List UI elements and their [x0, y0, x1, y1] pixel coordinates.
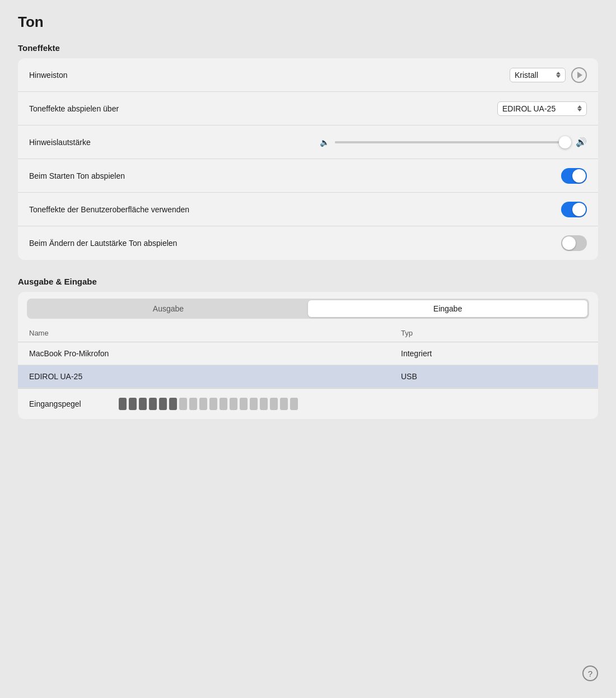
hinweiston-arrows[interactable] [556, 72, 561, 78]
cell-name-2: EDIROL UA-25 [29, 372, 401, 381]
hinweislautstaerke-row: Hinweislautstärke 🔈 🔊 [18, 125, 598, 159]
level-bar [159, 398, 167, 410]
level-bar [119, 398, 127, 410]
stepper-down-arrow[interactable] [577, 109, 582, 111]
tab-switcher: Ausgabe Eingabe [27, 299, 589, 319]
header-name: Name [29, 329, 401, 337]
starten-ton-toggle[interactable] [561, 168, 587, 184]
play-icon [577, 72, 582, 78]
header-typ: Typ [401, 329, 587, 337]
eingangspegel-label: Eingangspegel [29, 399, 108, 408]
hinweiston-row: Hinweiston Kristall [18, 58, 598, 92]
level-bar [260, 398, 268, 410]
level-bar [230, 398, 237, 410]
starten-ton-label: Beim Starten Ton abspielen [29, 171, 561, 180]
toneffekte-card: Hinweiston Kristall Toneffekte abspielen… [18, 58, 598, 260]
stepper-up-arrow[interactable] [556, 72, 561, 75]
cell-name-1: MacBook Pro-Mikrofon [29, 349, 401, 358]
toneffekte-section-title: Toneffekte [18, 43, 598, 53]
cell-typ-2: USB [401, 372, 587, 381]
ausgabe-eingabe-card: Ausgabe Eingabe Name Typ MacBook Pro-Mik… [18, 292, 598, 419]
level-bars [119, 398, 298, 410]
hinweiston-control: Kristall [510, 67, 587, 83]
table-row[interactable]: MacBook Pro-Mikrofon Integriert [18, 342, 598, 365]
toggle-knob [572, 203, 586, 216]
volume-high-icon: 🔊 [576, 137, 587, 147]
level-bar [290, 398, 298, 410]
cell-typ-1: Integriert [401, 349, 587, 358]
level-bar [270, 398, 278, 410]
level-bar [189, 398, 197, 410]
toggle-knob [562, 236, 576, 250]
abspielen-ueber-label: Toneffekte abspielen über [29, 104, 497, 113]
abspielen-ueber-control: EDIROL UA-25 [497, 101, 587, 116]
volume-slider[interactable] [335, 141, 570, 143]
toggle-knob [572, 169, 586, 183]
tab-eingabe[interactable]: Eingabe [308, 300, 587, 317]
hinweiston-label: Hinweiston [29, 71, 510, 80]
level-bar [250, 398, 258, 410]
level-bar [139, 398, 147, 410]
play-button[interactable] [571, 67, 587, 83]
aendern-lautstaerke-label: Beim Ändern der Lautstärke Ton abspielen [29, 239, 561, 248]
volume-control: 🔈 🔊 [320, 137, 587, 147]
stepper-down-arrow[interactable] [556, 75, 561, 78]
benutzer-toneffekte-label: Toneffekte der Benutzeroberfläche verwen… [29, 205, 561, 214]
level-bar [209, 398, 217, 410]
benutzer-toneffekte-toggle[interactable] [561, 202, 587, 217]
hinweiston-value: Kristall [515, 71, 538, 80]
aendern-lautstaerke-control [561, 235, 587, 251]
tab-ausgabe[interactable]: Ausgabe [29, 300, 308, 317]
level-bar [280, 398, 288, 410]
starten-ton-control [561, 168, 587, 184]
slider-fill [335, 141, 570, 143]
benutzer-toneffekte-control [561, 202, 587, 217]
level-bar [149, 398, 157, 410]
benutzer-toneffekte-row: Toneffekte der Benutzeroberfläche verwen… [18, 193, 598, 226]
abspielen-ueber-value: EDIROL UA-25 [502, 104, 556, 113]
level-bar [169, 398, 177, 410]
table-row-selected[interactable]: EDIROL UA-25 USB [18, 365, 598, 388]
abspielen-ueber-stepper[interactable]: EDIROL UA-25 [497, 101, 587, 116]
abspielen-ueber-arrows[interactable] [577, 105, 582, 111]
hinweislautstaerke-label: Hinweislautstärke [29, 138, 320, 147]
starten-ton-row: Beim Starten Ton abspielen [18, 159, 598, 193]
aendern-lautstaerke-toggle[interactable] [561, 235, 587, 251]
level-bar [220, 398, 227, 410]
table-header: Name Typ [18, 324, 598, 342]
ausgabe-eingabe-section-title: Ausgabe & Eingabe [18, 277, 598, 286]
level-bar [199, 398, 207, 410]
volume-low-icon: 🔈 [320, 138, 329, 147]
level-bar [240, 398, 248, 410]
abspielen-ueber-row: Toneffekte abspielen über EDIROL UA-25 [18, 92, 598, 125]
level-bar [179, 398, 187, 410]
level-bar [129, 398, 137, 410]
slider-thumb[interactable] [559, 136, 571, 148]
hinweiston-stepper[interactable]: Kristall [510, 68, 566, 82]
eingangspegel-row: Eingangspegel [18, 388, 598, 419]
stepper-up-arrow[interactable] [577, 105, 582, 108]
help-button[interactable]: ? [582, 666, 598, 681]
aendern-lautstaerke-row: Beim Ändern der Lautstärke Ton abspielen [18, 226, 598, 260]
page-title: Ton [18, 13, 598, 31]
